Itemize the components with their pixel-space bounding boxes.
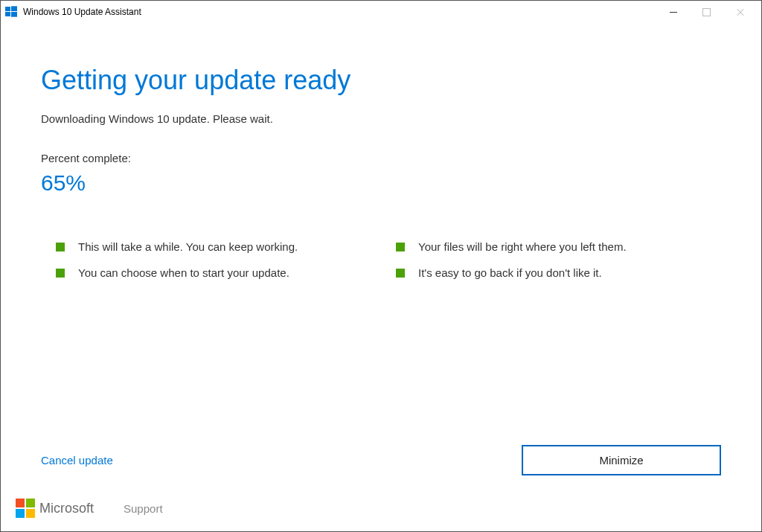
window-close-button bbox=[723, 1, 757, 23]
microsoft-brand-text: Microsoft bbox=[39, 501, 94, 516]
page-title: Getting your update ready bbox=[41, 65, 721, 96]
svg-rect-1 bbox=[11, 6, 17, 11]
window-maximize-button bbox=[690, 1, 723, 23]
square-bullet-icon bbox=[56, 269, 65, 278]
window-controls bbox=[656, 1, 757, 23]
bullet-grid: This will take a while. You can keep wor… bbox=[41, 240, 721, 279]
bullet-item: Your files will be right where you left … bbox=[396, 240, 721, 253]
footer: Microsoft Support bbox=[16, 499, 746, 518]
windows-logo-icon bbox=[5, 6, 17, 18]
bullet-text: It's easy to go back if you don't like i… bbox=[418, 266, 602, 279]
bullet-item: This will take a while. You can keep wor… bbox=[56, 240, 381, 253]
subtitle-text: Downloading Windows 10 update. Please wa… bbox=[41, 112, 721, 125]
window-title: Windows 10 Update Assistant bbox=[23, 7, 656, 17]
svg-rect-0 bbox=[5, 7, 10, 11]
microsoft-logo-icon bbox=[16, 499, 35, 518]
bullet-text: This will take a while. You can keep wor… bbox=[78, 240, 298, 253]
cancel-update-link[interactable]: Cancel update bbox=[41, 454, 113, 467]
action-row: Cancel update Minimize bbox=[41, 445, 721, 475]
minimize-button[interactable]: Minimize bbox=[522, 445, 721, 475]
support-link[interactable]: Support bbox=[124, 502, 163, 515]
bullet-text: Your files will be right where you left … bbox=[418, 240, 627, 253]
svg-rect-3 bbox=[11, 12, 17, 17]
percent-complete-value: 65% bbox=[41, 170, 721, 196]
titlebar: Windows 10 Update Assistant bbox=[1, 1, 761, 23]
bullet-text: You can choose when to start your update… bbox=[78, 266, 289, 279]
bullet-item: It's easy to go back if you don't like i… bbox=[396, 266, 721, 279]
square-bullet-icon bbox=[396, 269, 405, 278]
svg-rect-2 bbox=[5, 12, 10, 16]
window-minimize-button[interactable] bbox=[656, 1, 690, 23]
percent-complete-label: Percent complete: bbox=[41, 152, 721, 164]
square-bullet-icon bbox=[396, 243, 405, 251]
bullet-item: You can choose when to start your update… bbox=[56, 266, 381, 279]
microsoft-logo: Microsoft bbox=[16, 499, 94, 518]
square-bullet-icon bbox=[56, 243, 65, 251]
main-content: Getting your update ready Downloading Wi… bbox=[1, 23, 761, 279]
